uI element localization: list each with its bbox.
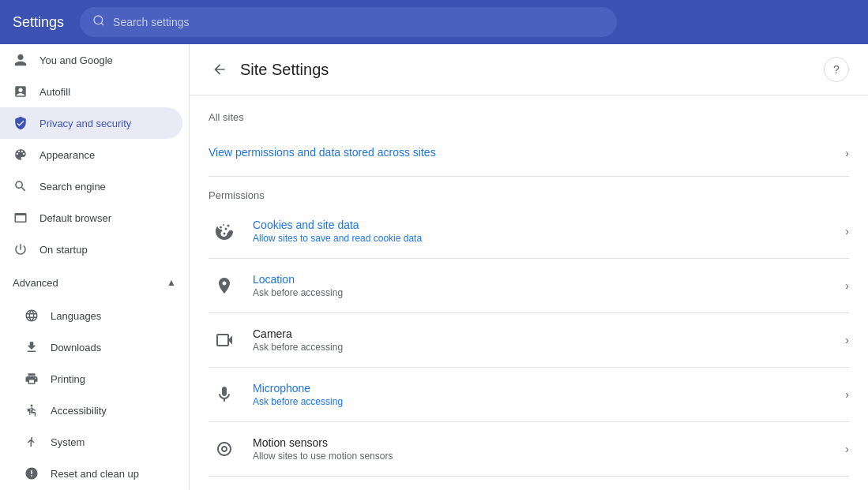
- microphone-icon: [209, 379, 240, 410]
- search-input[interactable]: [113, 16, 604, 28]
- appearance-icon: [13, 147, 28, 163]
- camera-row[interactable]: Camera Ask before accessing ›: [209, 313, 849, 368]
- search-engine-icon: [13, 178, 28, 194]
- camera-icon: [209, 324, 240, 356]
- sidebar-label-system: System: [51, 436, 85, 448]
- content-header: Site Settings ?: [190, 44, 868, 95]
- sidebar-item-on-startup[interactable]: On startup: [0, 234, 182, 265]
- sidebar-item-languages[interactable]: Languages: [0, 300, 182, 331]
- sidebar-label-privacy: Privacy and security: [39, 118, 131, 129]
- sidebar-item-system[interactable]: System: [0, 426, 182, 458]
- content-area: Site Settings ? All sites View permissio…: [190, 44, 868, 490]
- sidebar-item-accessibility[interactable]: Accessibility: [0, 395, 182, 426]
- person-icon: [13, 52, 28, 68]
- default-browser-icon: [13, 210, 28, 226]
- app-title: Settings: [13, 14, 64, 31]
- sidebar-item-default-browser[interactable]: Default browser: [0, 202, 182, 234]
- search-icon: [92, 14, 105, 30]
- svg-point-5: [220, 226, 222, 229]
- motion-sensors-text: Motion sensors Allow sites to use motion…: [253, 436, 839, 462]
- svg-point-6: [224, 233, 226, 235]
- cookies-text: Cookies and site data Allow sites to sav…: [253, 219, 839, 244]
- motion-sensors-subtitle: Allow sites to use motion sensors: [253, 451, 839, 462]
- sidebar-label-you-and-google: You and Google: [39, 54, 113, 66]
- back-button[interactable]: [209, 58, 231, 80]
- camera-subtitle: Ask before accessing: [253, 342, 839, 353]
- sidebar-label-printing: Printing: [51, 373, 85, 385]
- location-text: Location Ask before accessing: [253, 273, 839, 298]
- svg-point-2: [227, 225, 230, 227]
- top-bar: Settings: [0, 0, 868, 44]
- sidebar-item-appearance[interactable]: Appearance: [0, 139, 182, 170]
- sidebar-item-privacy-security[interactable]: Privacy and security: [0, 107, 182, 139]
- cookies-subtitle: Allow sites to save and read cookie data: [253, 233, 839, 244]
- microphone-row[interactable]: Microphone Ask before accessing ›: [209, 368, 849, 422]
- location-row[interactable]: Location Ask before accessing ›: [209, 259, 849, 313]
- languages-icon: [24, 308, 39, 324]
- sidebar-item-reset[interactable]: Reset and clean up: [0, 458, 182, 489]
- svg-point-1: [31, 405, 33, 407]
- help-icon: ?: [833, 63, 840, 76]
- permissions-section-label: Permissions: [209, 189, 849, 201]
- location-icon: [209, 270, 240, 301]
- printing-icon: [24, 371, 39, 387]
- view-permissions-row[interactable]: View permissions and data stored across …: [209, 129, 849, 177]
- autofill-icon: [13, 84, 28, 99]
- system-icon: [24, 434, 39, 450]
- sidebar-label-default-browser: Default browser: [39, 212, 111, 224]
- sidebar-label-appearance: Appearance: [39, 149, 95, 161]
- microphone-subtitle: Ask before accessing: [253, 396, 839, 407]
- sidebar-label-autofill: Autofill: [39, 86, 70, 98]
- accessibility-icon: [24, 402, 39, 418]
- help-button[interactable]: ?: [824, 57, 849, 82]
- content-body: All sites View permissions and data stor…: [190, 95, 868, 490]
- advanced-label: Advanced: [13, 277, 167, 289]
- location-title: Location: [253, 273, 839, 286]
- sidebar-label-on-startup: On startup: [39, 244, 88, 256]
- downloads-icon: [24, 339, 39, 355]
- all-sites-label: All sites: [209, 111, 849, 123]
- sidebar-label-languages: Languages: [51, 310, 101, 322]
- view-permissions-title: View permissions and data stored across …: [209, 146, 839, 159]
- search-bar: [80, 7, 617, 37]
- motion-sensors-row[interactable]: Motion sensors Allow sites to use motion…: [209, 422, 849, 477]
- camera-text: Camera Ask before accessing: [253, 327, 839, 353]
- sidebar-label-search-engine: Search engine: [39, 181, 106, 193]
- sidebar-item-you-and-google[interactable]: You and Google: [0, 44, 182, 76]
- motion-sensors-title: Motion sensors: [253, 436, 839, 449]
- sidebar-label-reset: Reset and clean up: [51, 468, 139, 480]
- motion-sensors-chevron-icon: ›: [845, 443, 849, 455]
- location-subtitle: Ask before accessing: [253, 287, 839, 298]
- microphone-chevron-icon: ›: [845, 388, 849, 401]
- cookies-title: Cookies and site data: [253, 219, 839, 231]
- camera-title: Camera: [253, 327, 839, 340]
- microphone-text: Microphone Ask before accessing: [253, 382, 839, 407]
- microphone-title: Microphone: [253, 382, 839, 395]
- notifications-row[interactable]: Notifications ›: [209, 477, 849, 490]
- sidebar-label-downloads: Downloads: [51, 342, 101, 353]
- sidebar-label-accessibility: Accessibility: [51, 405, 107, 417]
- sidebar-item-search-engine[interactable]: Search engine: [0, 170, 182, 202]
- cookies-icon: [209, 215, 240, 247]
- view-permissions-chevron-icon: ›: [845, 147, 849, 159]
- sidebar-item-autofill[interactable]: Autofill: [0, 76, 182, 107]
- sidebar-scroll[interactable]: You and Google Autofill Privacy and secu…: [0, 44, 189, 490]
- sidebar-item-printing[interactable]: Printing: [0, 363, 182, 395]
- sidebar-item-downloads[interactable]: Downloads: [0, 331, 182, 363]
- location-chevron-icon: ›: [845, 279, 849, 292]
- sidebar: You and Google Autofill Privacy and secu…: [0, 44, 190, 490]
- cookies-row[interactable]: Cookies and site data Allow sites to sav…: [209, 204, 849, 259]
- motion-sensors-icon: [209, 433, 240, 465]
- svg-point-3: [223, 224, 224, 226]
- svg-point-0: [94, 16, 103, 24]
- advanced-chevron-icon: ▲: [167, 277, 176, 288]
- shield-icon: [13, 115, 28, 131]
- page-title: Site Settings: [240, 61, 824, 79]
- on-startup-icon: [13, 241, 28, 257]
- svg-point-4: [225, 228, 227, 230]
- sidebar-advanced-section[interactable]: Advanced ▲: [0, 265, 189, 300]
- reset-icon: [24, 466, 39, 481]
- main-area: You and Google Autofill Privacy and secu…: [0, 44, 868, 490]
- camera-chevron-icon: ›: [845, 334, 849, 346]
- cookies-chevron-icon: ›: [845, 225, 849, 238]
